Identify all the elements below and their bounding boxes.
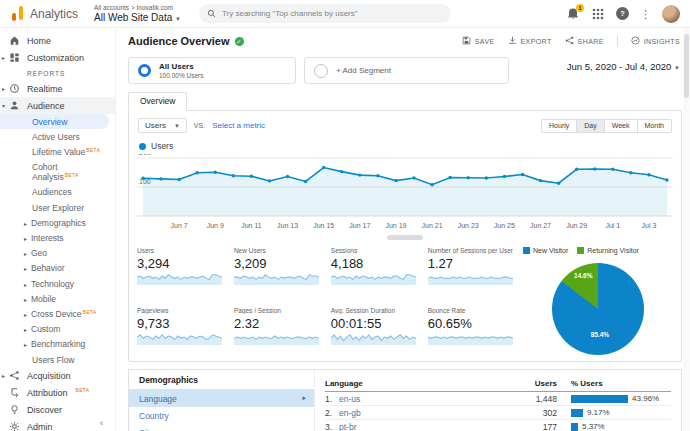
svg-text:Jun 29: Jun 29 — [566, 222, 587, 229]
metric-card-avg-session-duration[interactable]: Avg. Session Duration00:01:55 — [331, 307, 416, 355]
dimension-link-language[interactable]: Language▸ — [129, 390, 314, 407]
sidebar-item-benchmarking[interactable]: ▸Benchmarking — [0, 337, 109, 352]
tab-overview[interactable]: Overview — [128, 92, 187, 111]
metric-label: Pages / Session — [234, 307, 319, 314]
sidebar-item-acquisition[interactable]: ▸Acquisition — [0, 367, 115, 384]
language-link[interactable]: en-us — [339, 394, 509, 404]
metric-card-number-of-sessions-per-user[interactable]: Number of Sessions per User1.27 — [428, 247, 513, 295]
more-options-icon[interactable]: ⋮ — [640, 7, 651, 21]
column-users[interactable]: Users — [509, 379, 557, 388]
granularity-week[interactable]: Week — [605, 119, 638, 133]
sidebar-item-audiences[interactable]: Audiences — [0, 185, 109, 200]
pie-legend: New VisitorReturning Visitor — [523, 247, 673, 254]
metric-sparkline — [428, 272, 513, 285]
sidebar-item-realtime[interactable]: ▸Realtime — [0, 80, 115, 97]
search-bar[interactable] — [199, 4, 451, 23]
users-legend-label: Users — [151, 141, 173, 151]
select-metric-link[interactable]: Select a metric — [212, 121, 265, 130]
page-scrollbar[interactable] — [683, 28, 690, 431]
users-line-chart[interactable]: 200100Jun 7Jun 9Jun 11Jun 13Jun 15Jun 17… — [137, 154, 673, 234]
help-icon[interactable]: ? — [616, 7, 629, 20]
segment-circle-icon — [138, 64, 151, 77]
scrollbar-thumb[interactable] — [684, 34, 689, 98]
search-input[interactable] — [222, 9, 443, 18]
segment-all-users[interactable]: All Users 100.00% Users — [128, 57, 296, 84]
sidebar-item-active-users[interactable]: Active Users — [0, 129, 109, 144]
pct-value: 43.96% — [632, 394, 659, 403]
visitor-pie-chart[interactable]: 85.4%14.6% — [552, 263, 644, 355]
metric-card-sessions[interactable]: Sessions4,188 — [331, 247, 416, 295]
sidebar-item-demographics[interactable]: ▸Demographics — [0, 215, 109, 230]
chart-scroll-handle[interactable] — [387, 235, 423, 240]
analytics-logo-icon — [9, 6, 24, 21]
stats-row: Users3,294New Users3,209Sessions4,188Num… — [137, 247, 673, 355]
dimension-link-city[interactable]: City — [129, 424, 314, 431]
date-range-selector[interactable]: Jun 5, 2020 - Jul 4, 2020 ▼ — [567, 57, 680, 72]
add-segment-button[interactable]: + Add Segment — [304, 57, 509, 84]
metric-value: 1.27 — [428, 256, 513, 271]
svg-text:Jun 13: Jun 13 — [277, 222, 298, 229]
apps-grid-icon[interactable] — [591, 7, 605, 21]
table-row: 2.en-gb3029.17% — [325, 406, 671, 420]
sidebar-item-lifetime-value[interactable]: Lifetime ValueBETA — [0, 144, 109, 159]
metric-dropdown[interactable]: Users▼ — [138, 118, 187, 133]
dimension-link-country[interactable]: Country — [129, 407, 314, 424]
sidebar-item-mobile[interactable]: ▸Mobile — [0, 291, 109, 306]
sidebar-item-custom[interactable]: ▸Custom — [0, 322, 109, 337]
sidebar-collapse-icon[interactable]: ‹ — [100, 418, 103, 428]
language-link[interactable]: pt-br — [339, 422, 509, 431]
sidebar-item-audience[interactable]: ▾Audience — [0, 97, 115, 114]
metric-card-pageviews[interactable]: Pageviews9,733 — [137, 307, 222, 355]
sidebar-item-user-explorer[interactable]: User Explorer — [0, 200, 109, 215]
chevron-right-icon: ▸ — [24, 342, 31, 349]
sidebar-item-label: User Explorer — [32, 203, 84, 213]
sidebar-item-cohort-analysis[interactable]: Cohort AnalysisBETA — [0, 160, 109, 185]
breadcrumb: All accounts > Inovatik.com — [94, 4, 181, 11]
insights-button[interactable]: INSIGHTS — [631, 36, 680, 46]
sidebar-item-admin[interactable]: Admin — [0, 418, 115, 431]
export-button[interactable]: EXPORT — [508, 36, 552, 46]
sidebar-item-customization[interactable]: ▸Customization — [0, 49, 115, 66]
users-count: 1,448 — [509, 394, 557, 404]
column-pct-users[interactable]: % Users — [571, 379, 671, 388]
metric-card-bounce-rate[interactable]: Bounce Rate60.65% — [428, 307, 513, 355]
chevron-right-icon: ▸ — [24, 327, 31, 334]
legend-item-returning-visitor: Returning Visitor — [577, 247, 639, 254]
sidebar-item-technology[interactable]: ▸Technology — [0, 276, 109, 291]
verified-check-icon: ✓ — [235, 37, 244, 46]
beta-badge: BETA — [65, 172, 79, 178]
user-avatar[interactable] — [662, 5, 680, 23]
sidebar-item-label: Demographics — [31, 218, 86, 228]
save-button[interactable]: SAVE — [462, 36, 495, 46]
admin-icon — [9, 421, 20, 431]
metric-card-new-users[interactable]: New Users3,209 — [234, 247, 319, 295]
account-switcher[interactable]: All accounts > Inovatik.com All Web Site… — [94, 4, 181, 22]
share-button[interactable]: SHARE — [565, 36, 604, 46]
metric-label: Bounce Rate — [428, 307, 513, 314]
sidebar-item-home[interactable]: Home — [0, 32, 115, 49]
svg-text:Jun 21: Jun 21 — [422, 222, 443, 229]
granularity-hourly[interactable]: Hourly — [541, 119, 577, 133]
metric-card-pages-session[interactable]: Pages / Session2.32 — [234, 307, 319, 355]
divider — [617, 36, 618, 47]
sidebar-item-label: Active Users — [32, 132, 80, 142]
sidebar-item-cross-device[interactable]: ▸Cross DeviceBETA — [0, 306, 109, 321]
sidebar-item-interests[interactable]: ▸Interests — [0, 231, 109, 246]
sidebar-item-behavior[interactable]: ▸Behavior — [0, 261, 109, 276]
beta-badge: BETA — [86, 147, 100, 153]
chevron-down-icon: ▼ — [674, 65, 680, 71]
chevron-right-icon: ▸ — [24, 236, 31, 243]
language-link[interactable]: en-gb — [339, 408, 509, 418]
metric-card-users[interactable]: Users3,294 — [137, 247, 222, 295]
sidebar-item-overview[interactable]: Overview — [0, 114, 109, 129]
users-count: 177 — [509, 422, 557, 431]
sidebar-item-geo[interactable]: ▸Geo — [0, 246, 109, 261]
notifications-bell-icon[interactable]: 1 — [566, 7, 580, 21]
column-language[interactable]: Language — [325, 379, 509, 388]
granularity-month[interactable]: Month — [638, 119, 672, 133]
granularity-day[interactable]: Day — [577, 119, 604, 133]
sidebar-item-discover[interactable]: Discover — [0, 401, 115, 418]
sidebar-item-users-flow[interactable]: Users Flow — [0, 352, 109, 367]
legend-item-new-visitor: New Visitor — [523, 247, 568, 254]
sidebar-item-attribution[interactable]: AttributionBETA — [0, 384, 115, 401]
